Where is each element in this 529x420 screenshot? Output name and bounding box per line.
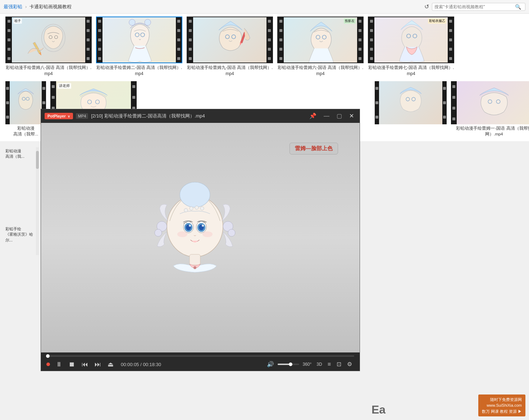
search-bar: 🔍 <box>432 3 525 11</box>
potplayer-controls: ⏸ ⏹ ⏮ ⏭ ⏏ 00:00:05 / 00:18:30 🔊 <box>41 352 360 371</box>
thumb5-sketch <box>374 17 450 63</box>
progress-bar[interactable] <box>46 355 354 357</box>
left-sidebar-items: 彩铅动漫高清（我... <box>5 148 40 160</box>
film-strip-right-2 <box>176 17 182 63</box>
film-strip-left-3 <box>187 17 193 63</box>
film-strip-left-4 <box>278 17 284 63</box>
svg-point-7 <box>129 19 135 26</box>
row2-item-5[interactable]: 彩铅动漫手绘蕾姆一-国语 高清（我帮找网）.mp4 <box>451 81 529 138</box>
svg-point-44 <box>202 231 213 237</box>
breadcrumb-root[interactable]: 最强彩铅 <box>4 4 22 10</box>
potplayer-logo[interactable]: PotPlayer ∨ <box>45 113 73 119</box>
potplayer-maximize-button[interactable]: ▢ <box>334 112 344 120</box>
play-indicator-dot <box>46 363 50 366</box>
row2-item-1-label: 彩铅动漫高清（我帮... <box>5 125 46 137</box>
video-annotation: 雷姆—脸部上色 <box>289 143 338 154</box>
file-thumb-4-label: 彩铅动漫手绘蕾姆六-国语 高清（我帮找网）.mp4 <box>277 65 364 77</box>
row2-item-5-label: 彩铅动漫手绘蕾姆一-国语 高清（我帮找网）.mp4 <box>451 125 529 137</box>
anime-svg <box>141 169 249 305</box>
file-thumb-3[interactable]: 彩铅动漫手绘蕾姆九-国语 高清（我帮找网）.mp4 <box>187 17 273 77</box>
file-thumb-2[interactable]: 彩铅动漫手绘蕾姆二-国语 高清（我帮找网）.mp4 <box>96 17 182 77</box>
video-background: 雷姆—脸部上色 <box>41 123 360 352</box>
left-scrollbar[interactable] <box>36 147 39 255</box>
r2-4-sketch <box>378 83 443 123</box>
sidebar-item-2-label: 彩铅手绘《霍格沃茨》哈尔... <box>5 226 40 243</box>
pause-button[interactable]: ⏸ <box>54 360 64 369</box>
film-strip-left-2 <box>97 17 102 63</box>
video-anime-character <box>141 169 249 307</box>
file-thumb-5-label: 彩铅动漫手绘蕾姆七-国语 高清（我帮找网）.mp4 <box>368 65 454 77</box>
sidebar-bottom-item: 彩铅手绘《霍格沃茨》哈尔... <box>5 226 40 243</box>
sidebar-item-1-label: 彩铅动漫高清（我... <box>5 148 40 160</box>
svg-point-43 <box>177 231 187 237</box>
subtitle-button[interactable]: ≡ <box>325 360 333 369</box>
file-thumb-3-label: 彩铅动漫手绘蕾姆九-国语 高清（我帮找网）.mp4 <box>187 65 273 77</box>
watermark: 随时下免费资源网 www.SuiShiXia.com 数万 网课 教程 资源 ▶ <box>478 394 525 417</box>
row2-item-1[interactable]: 彩铅动漫高清（我帮... <box>5 81 46 138</box>
svg-point-46 <box>193 266 196 269</box>
file-thumb-1[interactable]: 祖子 彩铅动漫手绘蕾姆八-国语 高清（我帮找网）.mp4 <box>5 17 92 77</box>
left-scrollbar-thumb[interactable] <box>36 151 39 169</box>
svg-point-38 <box>189 225 191 227</box>
stop-button[interactable]: ⏹ <box>67 360 77 369</box>
r2-5-sketch <box>456 83 529 124</box>
potplayer-titlebar: PotPlayer ∨ MP4 [2/10] 彩铅动漫手绘蕾姆二-国语高清（我帮… <box>41 109 360 123</box>
next-button[interactable]: ⏭ <box>92 360 103 369</box>
search-input[interactable] <box>434 4 514 9</box>
time-current: 00:00:05 <box>121 362 139 367</box>
control-row: ⏸ ⏹ ⏮ ⏭ ⏏ 00:00:05 / 00:18:30 🔊 <box>46 360 354 369</box>
svg-point-30 <box>200 207 204 210</box>
watermark-line2: www.SuiShiXia.com <box>482 402 522 409</box>
file-thumb-1-label: 彩铅动漫手绘蕾姆八-国语 高清（我帮找网）.mp4 <box>5 65 92 77</box>
svg-point-28 <box>190 207 193 210</box>
svg-rect-45 <box>190 254 200 265</box>
degree360-button[interactable]: 360° <box>301 360 313 368</box>
potplayer-window: PotPlayer ∨ MP4 [2/10] 彩铅动漫手绘蕾姆二-国语高清（我帮… <box>41 109 360 371</box>
eject-button[interactable]: ⏏ <box>105 360 116 369</box>
film-strip-left-5 <box>369 17 374 63</box>
bottom-ea-label: Ea <box>371 403 386 416</box>
potplayer-minimize-button[interactable]: — <box>321 112 332 120</box>
file-thumb-4[interactable]: 投影左 彩铅动漫手绘蕾姆六-国语 高清（我帮找网）.mp4 <box>277 17 364 77</box>
volume-area: 🔊 <box>265 360 299 369</box>
svg-point-42 <box>202 225 204 227</box>
volume-button[interactable]: 🔊 <box>265 360 276 369</box>
svg-point-29 <box>195 206 199 209</box>
potplayer-title: [2/10] 彩铅动漫手绘蕾姆二-国语高清（我帮找网）.mp4 <box>91 113 304 119</box>
refresh-button[interactable]: ↺ <box>424 3 429 10</box>
potplayer-logo-arrow: ∨ <box>68 115 70 118</box>
svg-point-27 <box>184 208 188 212</box>
file-thumb-2-label: 彩铅动漫手绘蕾姆二-国语 高清（我帮找网）.mp4 <box>96 65 182 77</box>
thumb4-sketch <box>283 17 359 63</box>
volume-dot <box>289 363 292 366</box>
film-strip-left-r2-5 <box>451 81 457 124</box>
prev-button[interactable]: ⏮ <box>79 360 90 369</box>
volume-bar[interactable] <box>278 364 299 365</box>
watermark-line1: 随时下免费资源网 <box>482 397 522 403</box>
thumb3-sketch <box>193 17 268 63</box>
settings-button[interactable]: ⚙ <box>345 360 354 369</box>
potplayer-video-area[interactable]: 雷姆—脸部上色 <box>41 123 360 352</box>
svg-point-34 <box>228 229 235 236</box>
potplayer-close-button[interactable]: ✕ <box>347 112 356 120</box>
svg-rect-3 <box>33 42 41 54</box>
svg-point-26 <box>180 182 210 207</box>
time-display: 00:00:05 / 00:18:30 <box>121 362 161 367</box>
search-icon[interactable]: 🔍 <box>515 4 521 10</box>
time-total: 00:18:30 <box>143 362 161 367</box>
film-strip-right <box>85 17 91 63</box>
row2-item-4[interactable] <box>375 81 447 138</box>
3d-button[interactable]: 3D <box>315 360 324 368</box>
file-thumb-5[interactable]: 彩铅衣服乙 彩铅动漫手绘蕾姆七-国语 高清（我帮找网）.mp4 <box>368 17 454 77</box>
watermark-line3: 数万 网课 教程 资源 ▶ <box>482 409 522 415</box>
svg-point-8 <box>145 19 151 26</box>
thumb2-sketch <box>104 17 176 63</box>
capture-button[interactable]: ⊡ <box>334 360 343 369</box>
svg-point-32 <box>155 229 162 236</box>
r2-1-sketch <box>9 83 42 123</box>
potplayer-pin-button[interactable]: 📌 <box>307 112 319 120</box>
thumb1-sketch <box>17 18 78 61</box>
ctrl-right: 🔊 360° 3D ≡ ⊡ ⚙ <box>265 360 354 369</box>
top-bar: 最强彩铅 › 卡通彩铅画视频教程 ↺ 🔍 <box>0 0 529 14</box>
progress-dot <box>46 354 50 358</box>
